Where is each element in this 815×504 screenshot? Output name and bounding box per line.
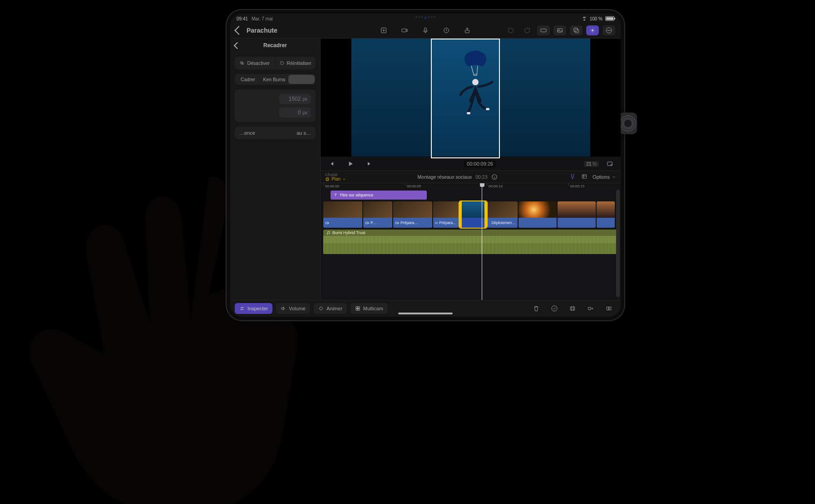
video-clip[interactable]: Prépara…	[433, 201, 459, 228]
toggle-enable-button[interactable]	[547, 303, 562, 314]
timecode-display[interactable]: 00:00:09:26	[464, 160, 496, 167]
playhead[interactable]	[482, 183, 482, 300]
ruler-label: 00:00:00	[325, 184, 339, 188]
statusbar-multitask-dots[interactable]	[416, 16, 435, 20]
clip-icon	[325, 177, 330, 181]
svg-rect-29	[435, 222, 437, 224]
video-clip[interactable]: P…	[363, 201, 392, 228]
crop-mode-third[interactable]	[288, 75, 315, 84]
video-icon	[435, 221, 438, 225]
back-button[interactable]	[234, 26, 243, 35]
project-title: Parachute	[247, 27, 277, 34]
crop-disable-button[interactable]: Désactiver	[235, 57, 275, 69]
timeline-scrollbar[interactable]	[616, 190, 620, 297]
statusbar-date: Mar. 7 mai	[252, 16, 273, 21]
marker-icon[interactable]	[440, 25, 453, 35]
eye-off-icon	[240, 61, 244, 65]
video-icon	[489, 221, 490, 225]
video-clip-selected[interactable]	[459, 201, 487, 228]
more-menu-icon[interactable]	[603, 25, 615, 35]
volume-tab[interactable]: Volume	[276, 303, 310, 314]
connect-clip-button[interactable]	[583, 303, 598, 314]
crop-width-unit: px	[302, 97, 307, 102]
crop-width-field[interactable]: 1502 px	[279, 94, 311, 104]
svg-rect-6	[558, 29, 563, 32]
play-button[interactable]	[344, 159, 357, 169]
status-bar: 09:41 Mar. 7 mai 100 %	[230, 14, 621, 23]
wifi-icon	[582, 17, 587, 20]
timeline-crumb[interactable]: Choisir Plan	[325, 173, 346, 181]
title-clip[interactable]: Titre sur séquence	[331, 191, 427, 200]
delete-button[interactable]	[529, 303, 543, 314]
jog-wheel[interactable]	[619, 113, 637, 134]
svg-point-13	[608, 30, 609, 30]
next-frame-button[interactable]	[363, 159, 376, 169]
timeline-ruler[interactable]: 00:00:00 00:00:05 00:00:10 00:00:15	[321, 183, 621, 190]
video-clip[interactable]: Prépara…	[393, 201, 432, 228]
inspector-panel: Recadrer Désactiver Réinitialiser	[230, 39, 321, 300]
crop-rectangle[interactable]	[431, 39, 500, 158]
svg-rect-41	[607, 307, 608, 310]
crop-height-unit: px	[302, 110, 307, 115]
overlay-icon[interactable]	[570, 25, 583, 35]
magnetic-snap-icon[interactable]	[569, 173, 576, 181]
viewer-zoom-badge[interactable]: 21 %	[584, 161, 599, 167]
svg-rect-38	[358, 309, 360, 311]
keyboard-icon[interactable]	[537, 25, 550, 35]
multicam-tab-label: Multicam	[363, 306, 383, 311]
crop-width-value: 1502	[289, 96, 301, 102]
home-indicator[interactable]	[398, 313, 453, 314]
video-clip[interactable]: Déploiemen…	[488, 201, 518, 228]
crop-mode-kenburns[interactable]: Ken Burns	[261, 74, 287, 85]
svg-point-33	[242, 307, 243, 308]
inspector-toggle-icon[interactable]	[586, 25, 599, 35]
crop-fit-row[interactable]: …ence au s…	[235, 127, 316, 139]
svg-rect-40	[570, 307, 574, 310]
title-clip-label: Titre sur séquence	[340, 193, 373, 197]
thumbnail-view-icon[interactable]	[553, 25, 566, 35]
crop-fit-suffix: au s…	[296, 130, 311, 136]
history-redo-icon	[521, 25, 533, 35]
crop-mode-segmented[interactable]: Cadrer Ken Burns	[235, 74, 316, 85]
viewer-zoom-value: 21	[586, 161, 591, 166]
timeline-options-button[interactable]: Options	[593, 174, 616, 180]
share-icon[interactable]	[461, 25, 474, 35]
import-media-icon[interactable]	[377, 25, 390, 35]
multicam-tab[interactable]: Multicam	[351, 303, 388, 314]
svg-rect-36	[358, 307, 360, 308]
keyframe-icon	[318, 306, 324, 311]
title-track[interactable]: Titre sur séquence	[323, 191, 618, 201]
info-icon[interactable]	[491, 174, 498, 180]
animate-tab[interactable]: Animer	[314, 303, 347, 314]
sequence-duration: 00:23	[475, 174, 487, 180]
audio-track[interactable]: Burnt Hybrid Trust	[323, 230, 618, 254]
voiceover-mic-icon[interactable]	[419, 25, 432, 35]
video-clip[interactable]	[519, 201, 557, 228]
video-track[interactable]: P… Prépara… Prépara… Déploiemen…	[323, 201, 618, 228]
crop-height-field[interactable]: 0 px	[279, 108, 311, 117]
prev-frame-button[interactable]	[325, 159, 338, 169]
viewer-display-options-icon[interactable]	[603, 159, 616, 169]
audio-clip[interactable]: Burnt Hybrid Trust	[323, 230, 618, 254]
trim-tool-button[interactable]	[565, 303, 580, 314]
svg-rect-8	[574, 28, 578, 32]
audio-clip-label: Burnt Hybrid Trust	[332, 230, 366, 235]
crop-reset-button[interactable]: Réinitialiser	[275, 57, 316, 69]
video-clip[interactable]	[558, 201, 596, 228]
timeline-index-icon[interactable]	[581, 173, 588, 181]
ipad-device: 09:41 Mar. 7 mai 100 % Parac	[226, 9, 625, 321]
timeline[interactable]: 00:00:00 00:00:05 00:00:10 00:00:15 Titr…	[321, 183, 621, 300]
viewer[interactable]	[321, 39, 621, 157]
camera-icon[interactable]	[398, 25, 411, 35]
svg-point-32	[329, 233, 330, 234]
video-clip[interactable]	[323, 201, 362, 228]
crop-mode-trim[interactable]: Cadrer	[235, 74, 261, 85]
inspector-tab[interactable]: Inspecter	[235, 303, 272, 314]
history-undo-icon[interactable]	[504, 25, 517, 35]
viewer-canvas	[351, 39, 590, 157]
insert-clip-button[interactable]	[602, 303, 616, 314]
chevron-down-icon	[342, 177, 346, 181]
video-clip-label: Déploiemen…	[491, 220, 516, 225]
video-clip[interactable]	[597, 201, 615, 228]
title-icon	[333, 193, 338, 197]
